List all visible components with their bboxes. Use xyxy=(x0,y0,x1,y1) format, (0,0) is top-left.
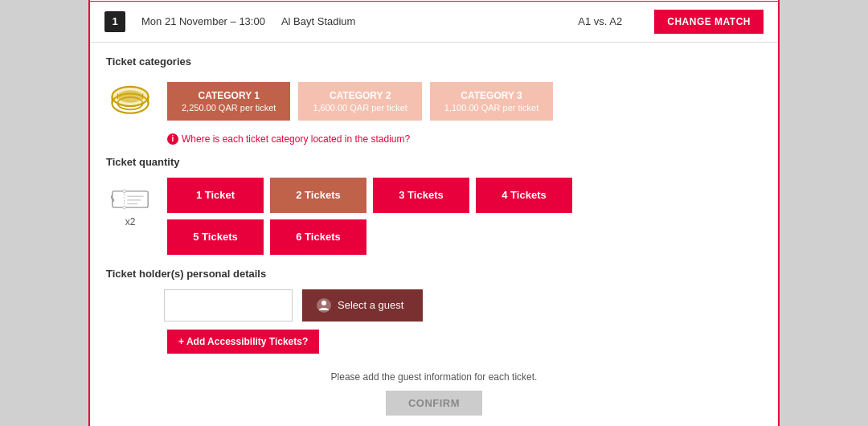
select-guest-button[interactable]: Select a guest xyxy=(302,289,423,322)
qty-5-button[interactable]: 5 Tickets xyxy=(167,219,264,255)
ticket-quantity-title: Ticket quantity xyxy=(106,156,762,168)
cat-3-label: CATEGORY 3 xyxy=(444,90,538,101)
svg-point-11 xyxy=(123,190,126,193)
cat-2-label: CATEGORY 2 xyxy=(313,90,407,101)
select-guest-label: Select a guest xyxy=(338,299,403,311)
category-2-button[interactable]: CATEGORY 2 1,600.00 QAR per ticket xyxy=(298,82,421,121)
match-number: 1 xyxy=(104,11,125,32)
guest-name-input[interactable] xyxy=(164,289,293,322)
category-3-button[interactable]: CATEGORY 3 1,100.00 QAR per ticket xyxy=(430,82,553,121)
info-icon: i xyxy=(167,133,178,145)
confirm-area: Please add the guest information for eac… xyxy=(106,365,762,427)
qty-row-1: 1 Ticket 2 Tickets 3 Tickets 4 Tickets xyxy=(167,178,572,213)
quantity-x2-label: x2 xyxy=(125,216,136,227)
ticket-holders-section: Ticket holder(s) personal details Select… xyxy=(106,268,762,354)
confirm-button[interactable]: CONFIRM xyxy=(386,391,482,416)
info-link-text: Where is each ticket category located in… xyxy=(182,133,410,145)
svg-point-16 xyxy=(321,301,326,305)
ticket-quantity-section: Ticket quantity xyxy=(106,156,762,255)
change-match-button[interactable]: CHANGE MATCH xyxy=(654,10,764,34)
qty-row-2: 5 Tickets 6 Tickets xyxy=(167,219,572,255)
ticket-holders-title: Ticket holder(s) personal details xyxy=(106,268,762,280)
categories-buttons: CATEGORY 1 2,250.00 QAR per ticket CATEG… xyxy=(167,82,553,121)
svg-rect-9 xyxy=(113,190,148,207)
category-info-link[interactable]: i Where is each ticket category located … xyxy=(167,133,762,145)
guest-info-text: Please add the guest information for eac… xyxy=(106,371,762,383)
ticket-categories-row: CATEGORY 1 2,250.00 QAR per ticket CATEG… xyxy=(106,77,762,125)
cat-1-label: CATEGORY 1 xyxy=(182,90,276,101)
qty-2-button[interactable]: 2 Tickets xyxy=(270,178,366,213)
ticket-categories-title: Ticket categories xyxy=(106,55,762,68)
qty-6-button[interactable]: 6 Tickets xyxy=(270,219,366,255)
svg-point-6 xyxy=(117,90,142,103)
cat-3-price: 1,100.00 QAR per ticket xyxy=(444,103,538,113)
modal-container: INDIVIDUAL MATCH TICKETS CANCEL ✕ 1 Mon … xyxy=(88,0,780,426)
svg-point-12 xyxy=(123,206,126,209)
stadium-icon xyxy=(106,77,154,125)
qty-1-button[interactable]: 1 Ticket xyxy=(167,178,264,213)
qty-3-button[interactable]: 3 Tickets xyxy=(373,178,469,213)
accessibility-button[interactable]: + Add Accessibility Tickets? xyxy=(167,330,319,354)
details-input-row: Select a guest xyxy=(106,289,762,322)
ticket-thumbnail: x2 xyxy=(106,178,154,227)
match-bar: 1 Mon 21 November – 13:00 Al Bayt Stadiu… xyxy=(90,2,778,43)
cat-2-price: 1,600.00 QAR per ticket xyxy=(313,103,407,113)
match-stadium: Al Bayt Stadium xyxy=(281,15,356,27)
match-date: Mon 21 November – 13:00 xyxy=(141,15,265,27)
modal-body: Ticket categories xyxy=(90,43,778,427)
quantity-row: x2 1 Ticket 2 Tickets 3 Tickets 4 Ticket… xyxy=(106,178,762,255)
match-teams: A1 vs. A2 xyxy=(578,15,622,27)
qty-4-button[interactable]: 4 Tickets xyxy=(476,178,572,213)
person-icon xyxy=(317,298,331,313)
cat-1-price: 2,250.00 QAR per ticket xyxy=(182,103,276,113)
category-1-button[interactable]: CATEGORY 1 2,250.00 QAR per ticket xyxy=(167,82,290,121)
quantity-buttons: 1 Ticket 2 Tickets 3 Tickets 4 Tickets 5… xyxy=(167,178,572,255)
